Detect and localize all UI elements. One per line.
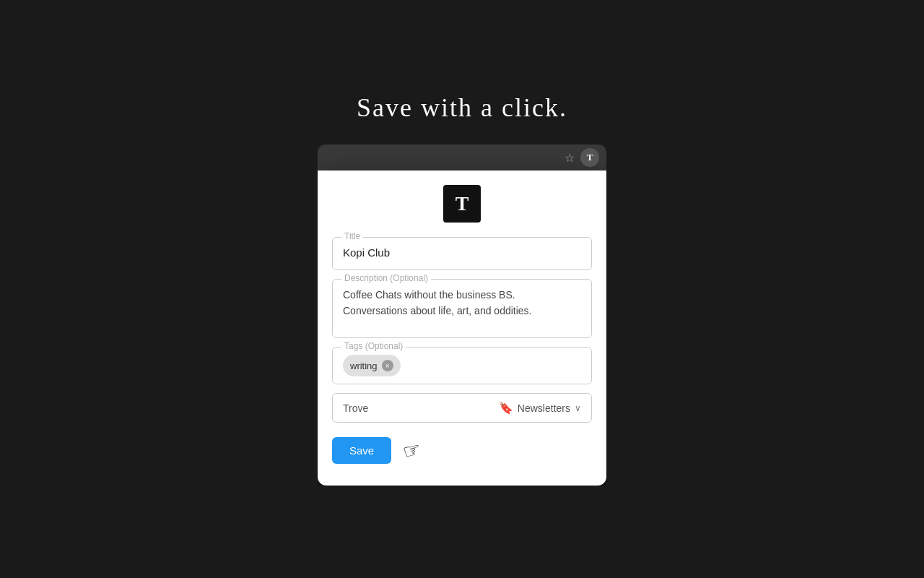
footer-actions: Save ☞ <box>332 437 592 464</box>
collection-type: Newsletters <box>518 402 570 414</box>
browser-toolbar: ☆ T <box>318 144 606 171</box>
star-icon[interactable]: ☆ <box>565 151 575 165</box>
tags-label: Tags (Optional) <box>341 341 406 351</box>
page-headline: Save with a click. <box>357 92 567 123</box>
title-label: Title <box>341 231 363 241</box>
title-field-group: Title Kopi Club <box>332 237 592 270</box>
collection-right: 🔖 Newsletters ∨ <box>499 401 581 415</box>
bookmark-icon: 🔖 <box>499 401 513 415</box>
tag-remove-button[interactable]: × <box>382 360 393 371</box>
tag-label: writing <box>350 361 378 371</box>
title-value[interactable]: Kopi Club <box>343 245 581 262</box>
browser-chrome: ☆ T T Title Kopi Club Description (Optio… <box>318 144 606 486</box>
description-field-group: Description (Optional) Coffee Chats with… <box>332 279 592 338</box>
hand-cursor-icon: ☞ <box>400 436 424 464</box>
logo-box: T <box>443 185 481 223</box>
description-value[interactable]: Coffee Chats without the business BS. Co… <box>343 287 581 330</box>
description-label: Description (Optional) <box>341 273 431 283</box>
tag-chip: writing× <box>343 355 401 376</box>
tags-area: writing× <box>343 355 581 376</box>
popup-logo: T <box>332 185 592 223</box>
save-button[interactable]: Save <box>332 437 391 464</box>
chevron-down-icon: ∨ <box>575 403 581 413</box>
avatar[interactable]: T <box>580 148 599 167</box>
collection-name: Trove <box>343 402 499 414</box>
collection-row[interactable]: Trove 🔖 Newsletters ∨ <box>332 393 592 423</box>
logo-letter: T <box>456 192 469 215</box>
popup-card: T Title Kopi Club Description (Optional)… <box>318 171 606 486</box>
tags-field-group: Tags (Optional) writing× <box>332 347 592 384</box>
